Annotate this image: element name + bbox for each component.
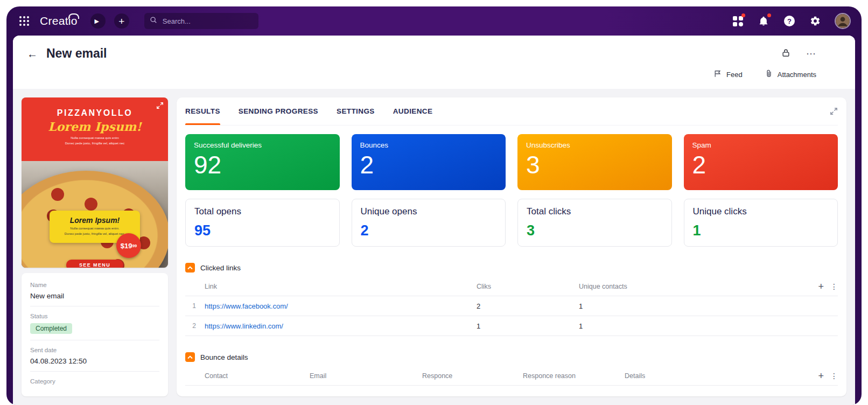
brand-name: PIZZANYOLLO bbox=[22, 108, 168, 118]
col-responce[interactable]: Responce bbox=[422, 372, 523, 380]
field-status[interactable]: Status Completed bbox=[30, 306, 159, 340]
col-cliks[interactable]: Cliks bbox=[477, 283, 579, 290]
results-panel: RESULTS SENDING PROGRESS SETTINGS AUDIEN… bbox=[177, 97, 846, 396]
kpi-spam[interactable]: Spam 2 bbox=[684, 134, 838, 190]
content-area: PIZZANYOLLO Lorem Ipsum! Nulla consequat… bbox=[13, 89, 855, 405]
workplaces-notification-dot bbox=[741, 13, 745, 17]
col-contact[interactable]: Contact bbox=[205, 372, 310, 380]
table-row[interactable]: 2 https://www.linkedin.com/ 1 1 bbox=[185, 316, 838, 336]
feed-icon bbox=[714, 70, 722, 79]
feed-button[interactable]: Feed bbox=[714, 69, 743, 79]
back-arrow-icon[interactable]: ← bbox=[27, 48, 38, 59]
col-link[interactable]: Link bbox=[205, 283, 477, 290]
expand-panel-icon[interactable] bbox=[830, 107, 838, 115]
play-icon: ▶ bbox=[95, 18, 99, 25]
lock-icon[interactable] bbox=[782, 48, 790, 59]
kpi-unsubscribes[interactable]: Unsubscribes 3 bbox=[517, 134, 672, 190]
section-title: Clicked links bbox=[200, 264, 241, 272]
plus-icon: + bbox=[118, 16, 124, 26]
collapse-chevron-icon[interactable] bbox=[185, 263, 195, 273]
stat-unique-clicks[interactable]: Unique clicks 1 bbox=[684, 199, 838, 247]
table-row[interactable]: 1 https://www.facebook.com/ 2 1 bbox=[185, 296, 838, 316]
page-header: ← New email ⋯ bbox=[13, 36, 855, 89]
kpi-bounces[interactable]: Bounces 2 bbox=[352, 134, 506, 190]
user-avatar[interactable] bbox=[835, 13, 851, 29]
facebook-link[interactable]: https://www.facebook.com/ bbox=[205, 302, 477, 310]
email-header-banner: PIZZANYOLLO Lorem Ipsum! Nulla consequat… bbox=[22, 97, 168, 161]
see-menu-button[interactable]: SEE MENU bbox=[66, 260, 123, 268]
clicked-links-table: Link Cliks Unique contacts 1 https://www… bbox=[185, 277, 838, 336]
stat-cards-row: Total opens 95 Unique opens 2 Total clic… bbox=[185, 199, 838, 247]
global-search[interactable] bbox=[144, 13, 258, 29]
stat-total-clicks[interactable]: Total clicks 3 bbox=[517, 199, 672, 247]
field-sent-date[interactable]: Sent date 04.08.2023 12:50 bbox=[30, 340, 159, 372]
stat-unique-opens[interactable]: Unique opens 2 bbox=[352, 199, 506, 247]
field-category[interactable]: Category bbox=[30, 372, 159, 394]
record-page: ← New email ⋯ bbox=[13, 36, 855, 405]
app-launcher-icon[interactable] bbox=[17, 14, 31, 28]
notifications-dot bbox=[767, 13, 771, 17]
record-info-panel: Name New email Status Completed Sent dat… bbox=[22, 273, 168, 396]
linkedin-link[interactable]: https://www.linkedin.com/ bbox=[205, 322, 477, 330]
settings-gear-icon[interactable] bbox=[809, 15, 822, 27]
email-headline: Lorem Ipsum! bbox=[22, 120, 168, 134]
bounce-details-section: Bounce details Contact Email Responce Re… bbox=[185, 352, 838, 386]
col-responce-reason[interactable]: Responce reason bbox=[523, 372, 625, 380]
quick-add-button[interactable]: + bbox=[114, 13, 129, 29]
workplaces-icon[interactable] bbox=[731, 15, 744, 27]
attachments-button[interactable]: Attachments bbox=[765, 69, 816, 79]
email-preview-card[interactable]: PIZZANYOLLO Lorem Ipsum! Nulla consequat… bbox=[22, 97, 168, 268]
expand-preview-icon[interactable] bbox=[156, 102, 164, 111]
field-name[interactable]: Name New email bbox=[30, 275, 159, 306]
topbar: Creatio ▶ + bbox=[6, 6, 862, 36]
kpi-cards-row: Successful deliveries 92 Bounces 2 Unsub… bbox=[185, 134, 838, 190]
app-window: Creatio ▶ + bbox=[6, 6, 862, 405]
search-input[interactable] bbox=[162, 17, 253, 26]
status-badge: Completed bbox=[30, 323, 72, 334]
tabs-bar: RESULTS SENDING PROGRESS SETTINGS AUDIEN… bbox=[185, 97, 838, 125]
collapse-chevron-icon[interactable] bbox=[185, 352, 195, 362]
col-unique-contacts[interactable]: Unique contacts bbox=[579, 283, 808, 290]
more-menu-icon[interactable]: ⋯ bbox=[806, 49, 816, 59]
search-icon bbox=[150, 16, 157, 26]
section-title: Bounce details bbox=[200, 353, 248, 361]
bounce-details-table: Contact Email Responce Responce reason D… bbox=[185, 366, 838, 386]
clicked-links-section: Clicked links Link Cliks Unique contacts bbox=[185, 263, 838, 336]
kpi-successful-deliveries[interactable]: Successful deliveries 92 bbox=[185, 134, 340, 190]
stat-total-opens[interactable]: Total opens 95 bbox=[185, 199, 340, 247]
col-email[interactable]: Email bbox=[310, 372, 422, 380]
tab-audience[interactable]: AUDIENCE bbox=[393, 97, 433, 125]
help-icon[interactable]: ? bbox=[783, 15, 796, 27]
tab-results[interactable]: RESULTS bbox=[185, 97, 220, 125]
add-row-icon[interactable] bbox=[818, 371, 824, 381]
table-menu-icon[interactable] bbox=[830, 372, 838, 380]
price-tag: $1999 bbox=[116, 233, 141, 258]
tab-sending-progress[interactable]: SENDING PROGRESS bbox=[239, 97, 318, 125]
col-details[interactable]: Details bbox=[625, 372, 808, 380]
run-process-button[interactable]: ▶ bbox=[90, 13, 106, 29]
table-menu-icon[interactable] bbox=[830, 282, 838, 291]
page-title: New email bbox=[46, 46, 107, 61]
add-row-icon[interactable] bbox=[818, 282, 824, 291]
notifications-bell-icon[interactable] bbox=[757, 15, 770, 27]
creatio-logo: Creatio bbox=[40, 15, 82, 27]
paperclip-icon bbox=[765, 69, 773, 79]
tab-settings[interactable]: SETTINGS bbox=[337, 97, 375, 125]
